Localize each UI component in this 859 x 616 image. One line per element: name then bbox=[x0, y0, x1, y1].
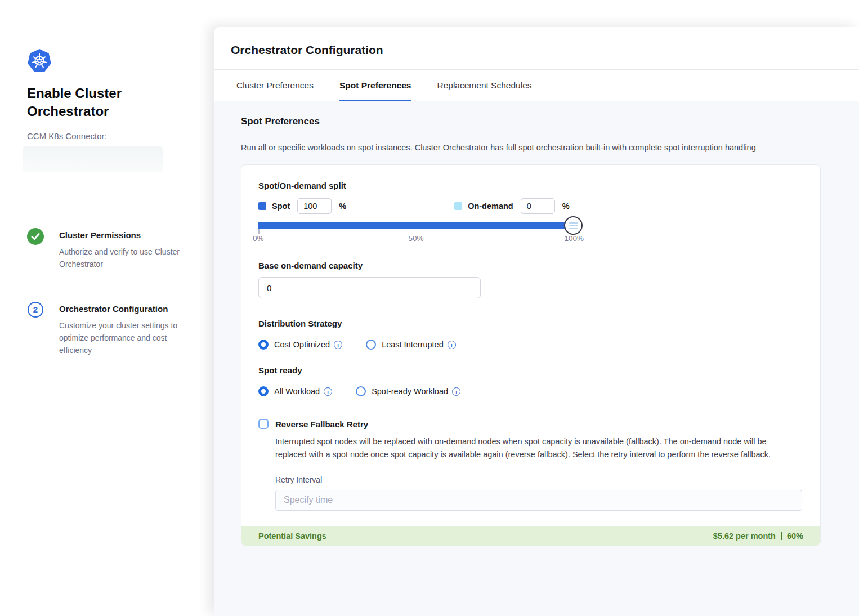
ondemand-percent-sign: % bbox=[562, 202, 570, 211]
radio-selected-icon[interactable] bbox=[258, 386, 269, 396]
spot-color-swatch-icon bbox=[258, 202, 266, 210]
ondemand-group: On-demand % bbox=[454, 198, 569, 214]
slider-label-50: 50% bbox=[408, 234, 423, 243]
section-description: Run all or specific workloads on spot in… bbox=[241, 143, 859, 152]
spot-percent-input[interactable] bbox=[297, 198, 332, 214]
radio-unselected-icon[interactable] bbox=[366, 340, 376, 350]
reverse-fallback-description: Interrupted spot nodes will be replaced … bbox=[275, 435, 798, 462]
connector-label: CCM K8s Connector: bbox=[27, 131, 191, 141]
check-circle-icon bbox=[27, 228, 59, 245]
ondemand-color-swatch-icon bbox=[454, 202, 462, 210]
info-icon[interactable]: i bbox=[334, 341, 342, 349]
info-icon[interactable]: i bbox=[324, 387, 332, 396]
wizard-sidebar: Enable Cluster Orchestrator CCM K8s Conn… bbox=[0, 0, 214, 616]
spot-ready-options: All Workload i Spot-ready Workload i bbox=[258, 386, 803, 396]
panel-header: Orchestrator Configuration bbox=[214, 27, 859, 70]
savings-percent: 60% bbox=[787, 532, 803, 541]
potential-savings-label: Potential Savings bbox=[258, 532, 326, 541]
radio-selected-icon[interactable] bbox=[258, 340, 269, 350]
reverse-fallback-section: Reverse Fallback Retry Interrupted spot … bbox=[258, 419, 803, 511]
savings-amount: $5.62 per month bbox=[713, 532, 776, 541]
orchestrator-configuration-panel: Orchestrator Configuration Cluster Prefe… bbox=[214, 27, 859, 616]
step-cluster-permissions[interactable]: Cluster Permissions Authorize and verify… bbox=[27, 227, 191, 271]
retry-interval-label: Retry Interval bbox=[275, 475, 803, 484]
page-title: Orchestrator Configuration bbox=[231, 43, 842, 57]
split-inputs-row: Spot % On-demand % bbox=[258, 198, 803, 214]
spot-percent-sign: % bbox=[339, 202, 346, 211]
kubernetes-icon bbox=[27, 48, 191, 73]
retry-interval-input[interactable] bbox=[275, 490, 802, 511]
tab-spot-preferences[interactable]: Spot Preferences bbox=[339, 70, 411, 101]
distribution-strategy-options: Cost Optimized i Least Interrupted i bbox=[258, 340, 803, 350]
step-description: Customize your cluster settings to optim… bbox=[59, 319, 191, 357]
step-title: Cluster Permissions bbox=[59, 227, 191, 240]
wizard-steps: Cluster Permissions Authorize and verify… bbox=[27, 227, 191, 357]
base-capacity-label: Base on-demand capacity bbox=[258, 261, 803, 270]
connector-value-redacted bbox=[23, 146, 163, 172]
sidebar-title: Enable Cluster Orchestrator bbox=[27, 84, 159, 121]
slider-label-100: 100% bbox=[564, 234, 584, 243]
radio-unselected-icon[interactable] bbox=[356, 386, 366, 396]
step-orchestrator-configuration[interactable]: 2 Orchestrator Configuration Customize y… bbox=[27, 301, 191, 357]
potential-savings-value: $5.62 per month 60% bbox=[713, 532, 803, 541]
tab-content-spot-preferences: Spot Preferences Run all or specific wor… bbox=[214, 101, 859, 616]
base-capacity-input[interactable] bbox=[258, 277, 481, 298]
spot-split-slider: 0% 50% 100% bbox=[258, 222, 574, 244]
distribution-strategy-label: Distribution Strategy bbox=[258, 319, 803, 328]
tab-bar: Cluster Preferences Spot Preferences Rep… bbox=[214, 70, 859, 101]
savings-separator bbox=[781, 532, 782, 540]
info-icon[interactable]: i bbox=[452, 387, 460, 396]
spot-label: Spot bbox=[272, 202, 290, 211]
radio-cost-optimized[interactable]: Cost Optimized i bbox=[258, 340, 342, 350]
radio-least-interrupted[interactable]: Least Interrupted i bbox=[366, 340, 456, 350]
slider-zero-tick bbox=[258, 229, 260, 234]
slider-labels: 0% 50% 100% bbox=[258, 234, 574, 244]
checkbox-unchecked-icon[interactable] bbox=[258, 419, 269, 429]
ondemand-percent-input[interactable] bbox=[521, 198, 555, 214]
info-icon[interactable]: i bbox=[448, 341, 456, 349]
radio-spot-ready-workload[interactable]: Spot-ready Workload i bbox=[356, 386, 460, 396]
spot-preferences-card: Spot/On-demand split Spot % On-demand % bbox=[241, 164, 821, 546]
ondemand-label: On-demand bbox=[468, 202, 513, 211]
tab-replacement-schedules[interactable]: Replacement Schedules bbox=[437, 70, 531, 101]
split-label: Spot/On-demand split bbox=[258, 181, 803, 190]
potential-savings-bar: Potential Savings $5.62 per month 60% bbox=[241, 526, 820, 546]
slider-handle[interactable] bbox=[564, 216, 583, 235]
radio-all-workload[interactable]: All Workload i bbox=[258, 386, 332, 396]
tab-cluster-preferences[interactable]: Cluster Preferences bbox=[236, 70, 314, 101]
spot-ready-label: Spot ready bbox=[258, 365, 803, 375]
reverse-fallback-checkbox-row[interactable]: Reverse Fallback Retry bbox=[258, 419, 803, 429]
reverse-fallback-label: Reverse Fallback Retry bbox=[275, 419, 368, 429]
slider-track[interactable] bbox=[258, 222, 574, 229]
step-number-badge: 2 bbox=[28, 302, 43, 318]
slider-label-0: 0% bbox=[253, 234, 264, 243]
step-title: Orchestrator Configuration bbox=[59, 301, 191, 314]
section-title: Spot Preferences bbox=[241, 116, 859, 127]
step-description: Authorize and verify to use Cluster Orch… bbox=[59, 245, 191, 271]
